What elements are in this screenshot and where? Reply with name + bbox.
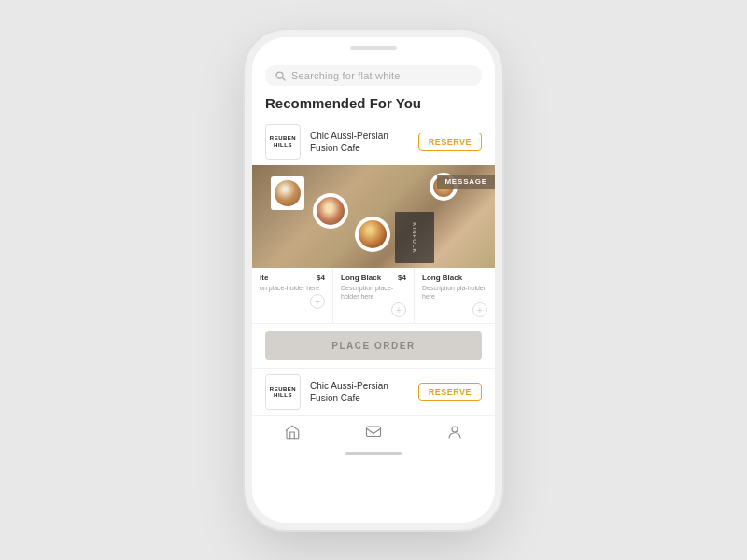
restaurant-info-2: Chic Aussi-Persian Fusion Cafe (310, 380, 409, 404)
menu-items-row: ite $4 on place-holder here + Long Black… (252, 268, 495, 324)
place-order-button[interactable]: PLACE ORDER (265, 331, 482, 360)
menu-item-desc-2: Description pla-holder here (422, 284, 487, 301)
phone-notch (252, 37, 495, 58)
coffee-cup-bottom (355, 217, 390, 252)
home-indicator (252, 446, 495, 459)
nav-profile[interactable] (446, 424, 463, 441)
section-title: Recommended For You (252, 91, 495, 119)
menu-item-name-2: Long Black (422, 273, 462, 282)
coffee-cup-white (271, 176, 304, 210)
home-icon (284, 424, 301, 441)
reserve-button-1[interactable]: RESERVE (418, 133, 482, 151)
search-placeholder-text: Searching for flat white (291, 70, 401, 81)
svg-rect-2 (366, 427, 380, 437)
restaurant-card-1: REUBEN HILLS Chic Aussi-Persian Fusion C… (252, 119, 495, 165)
message-badge[interactable]: MESSAGE (437, 175, 495, 189)
add-button-1[interactable]: + (391, 302, 406, 317)
restaurant-description-1: Chic Aussi-Persian Fusion Cafe (310, 130, 409, 154)
menu-item-1: Long Black $4 Description place-holder h… (333, 268, 415, 323)
menu-item-desc-0: on place-holder here (260, 284, 325, 292)
add-button-0[interactable]: + (310, 294, 325, 309)
search-bar-container: Searching for flat white (252, 58, 495, 91)
nav-home[interactable] (284, 424, 301, 441)
logo-line2-2: HILLS (274, 392, 292, 399)
menu-item-desc-1: Description place-holder here (341, 284, 406, 301)
restaurant-info-1: Chic Aussi-Persian Fusion Cafe (310, 130, 409, 154)
menu-item-0: ite $4 on place-holder here + (252, 268, 333, 323)
bottom-nav (252, 415, 495, 446)
search-icon (275, 70, 286, 81)
svg-line-1 (282, 77, 285, 80)
logo-line2-1: HILLS (274, 142, 292, 148)
logo-line1-1: REUBEN (270, 135, 296, 142)
menu-item-name-0: ite (260, 273, 268, 282)
menu-item-price-0: $4 (317, 273, 325, 282)
add-button-2[interactable]: + (472, 302, 487, 317)
coffee-image-area: KINFOLK MESSAGE (252, 165, 495, 268)
menu-item-2: Long Black Description pla-holder here + (415, 268, 495, 323)
reserve-button-2[interactable]: RESERVE (418, 383, 482, 401)
coffee-cup-latte (313, 193, 352, 232)
logo-line1-2: REUBEN (270, 386, 296, 393)
restaurant-logo-1: REUBEN HILLS (265, 124, 301, 160)
home-indicator-bar (345, 452, 402, 455)
phone-speaker (350, 46, 397, 50)
phone-screen: Searching for flat white Recommended For… (252, 58, 495, 523)
menu-item-name-1: Long Black (341, 273, 381, 282)
restaurant-logo-2: REUBEN HILLS (265, 374, 301, 410)
svg-point-3 (452, 427, 458, 432)
phone-frame: Searching for flat white Recommended For… (252, 37, 495, 523)
search-input-wrapper[interactable]: Searching for flat white (265, 65, 482, 86)
coffee-magazine: KINFOLK (395, 212, 434, 263)
profile-icon (446, 424, 463, 441)
messages-icon (365, 424, 382, 441)
restaurant-card-2: REUBEN HILLS Chic Aussi-Persian Fusion C… (252, 368, 495, 415)
menu-item-price-1: $4 (398, 273, 406, 282)
nav-messages[interactable] (365, 424, 382, 441)
restaurant-description-2: Chic Aussi-Persian Fusion Cafe (310, 380, 409, 404)
